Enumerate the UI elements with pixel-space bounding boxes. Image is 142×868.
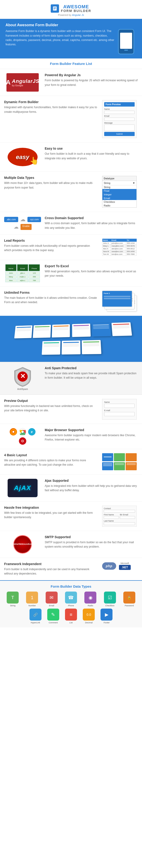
about-text: Awesome Form Builder is a dynamic form b…	[5, 29, 114, 47]
layout-grid	[102, 453, 137, 461]
dt-item-radio[interactable]: Radio	[102, 204, 137, 207]
feature-desc-crossdomain: With a cross domain support, form builde…	[45, 221, 138, 230]
datatype-icon-footer[interactable]: ▶	[101, 609, 113, 621]
datatype-icon-string[interactable]: T	[7, 592, 19, 603]
datatype-icon-radio[interactable]: ◉	[84, 592, 96, 603]
angular-sub: by Google	[12, 84, 39, 87]
datatype-icon-phone[interactable]: ☎	[65, 592, 77, 603]
excel-header-row: Name Email Phone	[5, 264, 40, 271]
layout-block-2	[125, 462, 137, 470]
datatype-label-email: Email	[49, 604, 54, 607]
feature-desc-dynamic: Integrated with dynamic functionalities,…	[4, 105, 97, 114]
dt-item-checkbox[interactable]: Checkbox	[102, 200, 137, 204]
feature-img-unlimited: Form 1 Form 2 Form 3	[101, 291, 138, 311]
feature-img-antispam: ✕ AntiSpam	[4, 366, 41, 391]
datatype-label-decimal: Decimal	[85, 621, 93, 624]
datatype-item-footer-icon: ▶ Footer	[98, 609, 115, 624]
preview-email-input[interactable]	[104, 412, 135, 416]
dt-dropdown-label: Datatype	[102, 176, 137, 181]
datatype-icon-comment[interactable]: ✎	[47, 609, 59, 621]
php-logo: php	[102, 562, 116, 570]
feature-crossdomain: .abc.com ☁ .xyz.com ☁ Enable Cross Domai…	[0, 212, 142, 234]
datatype-icon-decimal[interactable]: 0.0	[83, 609, 95, 621]
antispam-shield-svg: ✕	[12, 366, 33, 387]
datatype-icon-number[interactable]: 1	[26, 592, 38, 603]
feature-content-smtp: SMTP Supported SMTP support is provided …	[45, 535, 138, 549]
iso-row-3	[42, 340, 102, 355]
datatypes-grid-row2: 🔗 HyperLink ✎ Comment ≡ List 0.0 Decimal…	[27, 609, 115, 624]
angular-text-block: AngularJS by Google	[12, 78, 39, 87]
feature-content-lead: Lead Reports Form builder comes with inb…	[4, 239, 97, 252]
datatype-icon-list[interactable]: ≡	[65, 609, 77, 621]
excel-row: Alex a@e.c 789	[5, 279, 40, 282]
feature-desc-easy: Our form builder is built in such a way …	[45, 152, 138, 160]
header: AWESOME FORM BUILDER Powered by Angular …	[0, 0, 142, 19]
feature-dynamic: Form Preview Name Email Message Submit D…	[0, 96, 142, 143]
datatype-icon-email[interactable]: ✉	[46, 592, 58, 603]
datatype-label-comment: Comment	[49, 621, 58, 624]
lead-row: Sara M sara@ex.com 555-3456	[102, 250, 137, 253]
layout-blocks-container	[102, 453, 137, 470]
preview-name-input[interactable]	[104, 404, 135, 408]
dt-item-string[interactable]: String	[102, 185, 137, 189]
angular-logo-text: AngularJS	[12, 78, 39, 84]
excel-cell: Mary	[5, 275, 17, 279]
form-row-1: Contact	[104, 507, 135, 513]
excel-cell: Phone	[29, 264, 40, 271]
datatypes-grid-row1: T String 1 Number ✉ Email ☎ Phone ◉ Radi…	[4, 592, 138, 607]
feature-content-angular: Powered By Angular Js Form builder is po…	[45, 73, 138, 87]
feature-content-datatypes: Multiple Data Types With more than 10+ d…	[4, 176, 97, 190]
form-row-3: Last Name	[104, 520, 135, 525]
excel-cell: j@e.c	[17, 272, 28, 275]
feature-preview: Name E-mail Preview Output With preview …	[0, 395, 142, 424]
dt-item-integer[interactable]: Integer	[102, 193, 137, 196]
feature-desc-lead: Form builder comes with inbuilt function…	[4, 244, 97, 252]
dt-item-email[interactable]: Email	[102, 196, 137, 200]
iso-row-1	[14, 324, 70, 338]
lead-col-email: Email	[111, 239, 126, 242]
excel-row: Mary m@e.c 456	[5, 275, 40, 279]
iso-form-card	[91, 323, 111, 337]
feature-title-datatypes: Multiple Data Types	[4, 176, 97, 180]
lead-row: John S john@ex.com 555-1234	[102, 242, 137, 244]
iso-form-card	[52, 324, 70, 337]
feature-unlimited: Form 1 Form 2 Form 3 Unlimited Forms The…	[0, 286, 142, 316]
datatype-item-radio: ◉ Radio	[81, 592, 100, 607]
svg-text:✕: ✕	[20, 373, 25, 380]
datatype-icon-password[interactable]: 🔒	[123, 592, 135, 603]
feature-content-export: Export To Excel With lead generation rep…	[45, 264, 138, 278]
datatype-dropdown-mockup: Datatype String ▼ String Float Integer E…	[102, 176, 137, 208]
svg-point-11	[22, 431, 24, 433]
feature-img-export: Name Email Phone John j@e.c 123 Mary m@e…	[4, 264, 41, 282]
datatype-icon-checkbox[interactable]: ☑	[104, 592, 116, 603]
svg-point-8	[12, 431, 14, 433]
layout-block-2	[114, 462, 125, 470]
feature-title-framework: Framework Independent	[4, 562, 97, 566]
opera-icon: O	[19, 437, 26, 445]
about-content: Awesome Form Builder is a dynamic form b…	[5, 29, 137, 54]
dt-item-float[interactable]: Float	[102, 189, 137, 193]
phone-mockup	[118, 29, 134, 54]
feature-easy: easy 👆 Easy to use Our form builder is b…	[0, 143, 142, 172]
iso-form-card	[14, 325, 32, 338]
feature-desc-hassle: With few lines of code to be integrated,…	[4, 511, 97, 520]
form-field-3: Message	[104, 122, 135, 131]
excel-cell: 123	[29, 272, 40, 275]
feature-img-easy: easy 👆	[4, 147, 41, 167]
preview-name-label: Name	[104, 401, 135, 403]
datatype-label-radio: Radio	[88, 604, 93, 607]
excel-row: John j@e.c 123	[5, 272, 40, 275]
lead-reports-table: Name Email Tel John S john@ex.com 555-12…	[102, 239, 137, 256]
lead-row: Alex K alex@ex.com 555-9012	[102, 247, 137, 250]
feature-list-header: Form Builder Feature List	[0, 59, 142, 69]
feature-content-preview: Preview Output With preview functionalit…	[4, 399, 97, 413]
datatype-icon-hyperlink[interactable]: 🔗	[29, 609, 41, 621]
feature-content-framework: Framework Independent Form builder is bu…	[4, 562, 97, 576]
angular-badge: A AngularJS by Google	[6, 73, 39, 92]
layout-block-green	[114, 453, 125, 461]
feature-desc-preview: With preview functionality in backend we…	[4, 404, 97, 413]
iso-row-2	[72, 322, 132, 337]
iso-form-card	[72, 323, 91, 337]
feature-title-layout: 4 Basic Layout	[4, 453, 97, 457]
angular-ref: Angular Js	[72, 13, 84, 17]
